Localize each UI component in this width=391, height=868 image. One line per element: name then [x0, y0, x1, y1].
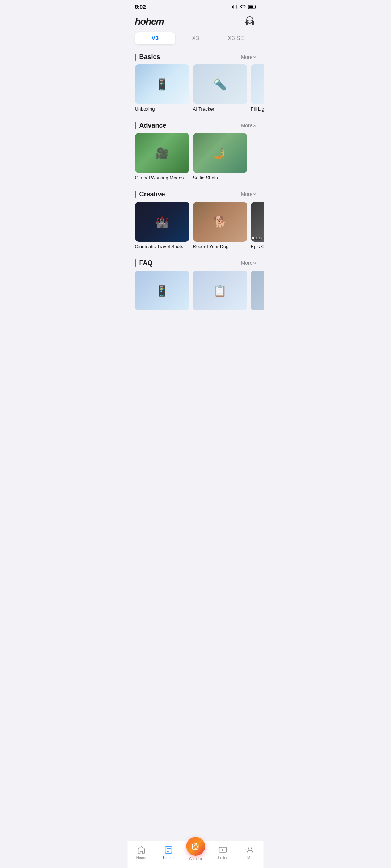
faq-cards: 📱 📋 🎬	[128, 271, 264, 314]
notification-icon	[232, 4, 237, 9]
faq-more-link[interactable]: More ››	[241, 260, 256, 266]
tab-x3[interactable]: X3	[175, 32, 216, 44]
status-bar: 8:02	[128, 0, 264, 11]
section-basics-title: Basics	[139, 53, 160, 61]
section-faq-header: FAQ More ››	[128, 254, 264, 271]
thumb-faq2: 📋	[193, 271, 247, 310]
card-record-dog[interactable]: 🐕 Record Your Dog	[193, 202, 247, 250]
card-selfie-label: Selfie Shots	[193, 175, 247, 181]
thumb-gimbal: 🎥	[135, 133, 189, 173]
card-car-label: Epic Car Video	[251, 244, 264, 250]
chevron-right-icon: ››	[253, 55, 256, 60]
card-cinematic-travel[interactable]: 🏰 Cinematic Travel Shots	[135, 202, 189, 250]
status-time: 8:02	[135, 4, 146, 10]
card-gimbal-modes[interactable]: 🎥 Gimbal Working Modes	[135, 133, 189, 181]
section-basics-header: Basics More ››	[128, 48, 264, 64]
section-advance-title: Advance	[139, 122, 167, 129]
section-faq-title: FAQ	[139, 259, 153, 267]
basics-cards: 📱 Unboxing 🔦 AI Tracker 💡 Fill Light	[128, 64, 264, 114]
card-faq1[interactable]: 📱	[135, 271, 189, 312]
tab-x3se[interactable]: X3 SE	[216, 32, 256, 44]
thumb-ai-tracker: 🔦	[193, 64, 247, 104]
section-bar	[135, 259, 136, 267]
svg-rect-5	[249, 5, 253, 8]
section-advance: Advance More ›› 🎥 Gimbal Working Modes 🤳…	[128, 117, 264, 183]
wifi-icon	[240, 4, 246, 9]
card-ai-tracker-label: AI Tracker	[193, 106, 247, 112]
card-faq3[interactable]: 🎬	[251, 271, 264, 312]
card-unboxing-label: Unboxing	[135, 106, 189, 112]
section-basics: Basics More ›› 📱 Unboxing 🔦 AI Tracker	[128, 48, 264, 114]
card-unboxing[interactable]: 📱 Unboxing	[135, 64, 189, 112]
headphone-icon[interactable]	[243, 15, 256, 28]
thumb-unboxing: 📱	[135, 64, 189, 104]
card-epic-car[interactable]: 🚗 PULL - ORBIT - SIDE SH... Epic Car Vid…	[251, 202, 264, 250]
product-tabs: V3 X3 X3 SE	[128, 32, 264, 48]
tutorial-content: Basics More ›› 📱 Unboxing 🔦 AI Tracker	[128, 48, 264, 346]
section-bar	[135, 54, 136, 61]
svg-rect-0	[232, 6, 233, 8]
svg-rect-1	[233, 5, 234, 9]
battery-icon	[248, 5, 256, 9]
status-icons	[232, 4, 256, 9]
svg-rect-2	[235, 4, 235, 9]
section-bar	[135, 191, 136, 198]
app-logo: hohem	[135, 16, 164, 27]
card-gimbal-label: Gimbal Working Modes	[135, 175, 189, 181]
section-faq: FAQ More ›› 📱 📋 🎬	[128, 254, 264, 314]
section-creative-title: Creative	[139, 191, 165, 198]
car-overlay-text: PULL - ORBIT - SIDE SH...	[252, 237, 264, 240]
card-ai-tracker[interactable]: 🔦 AI Tracker	[193, 64, 247, 112]
card-faq2[interactable]: 📋	[193, 271, 247, 312]
thumb-car: 🚗 PULL - ORBIT - SIDE SH...	[251, 202, 264, 242]
basics-more-link[interactable]: More ››	[241, 54, 256, 60]
creative-more-link[interactable]: More ››	[241, 191, 256, 197]
card-cinematic-label: Cinematic Travel Shots	[135, 244, 189, 250]
section-bar	[135, 122, 136, 129]
card-dog-label: Record Your Dog	[193, 244, 247, 250]
advance-more-link[interactable]: More ››	[241, 123, 256, 128]
section-creative-header: Creative More ››	[128, 186, 264, 202]
section-creative: Creative More ›› 🏰 Cinematic Travel Shot…	[128, 186, 264, 251]
card-fill-light[interactable]: 💡 Fill Light	[251, 64, 264, 112]
svg-rect-3	[236, 5, 236, 9]
thumb-selfie: 🤳	[193, 133, 247, 173]
thumb-cinematic: 🏰	[135, 202, 189, 242]
section-advance-header: Advance More ››	[128, 117, 264, 133]
thumb-faq1: 📱	[135, 271, 189, 310]
app-header: hohem	[128, 11, 264, 32]
thumb-dog: 🐕	[193, 202, 247, 242]
creative-cards: 🏰 Cinematic Travel Shots 🐕 Record Your D…	[128, 202, 264, 251]
chevron-right-icon: ››	[253, 260, 256, 265]
thumb-fill-light: 💡	[251, 64, 264, 104]
thumb-faq3: 🎬	[251, 271, 264, 310]
advance-cards: 🎥 Gimbal Working Modes 🤳 Selfie Shots	[128, 133, 264, 183]
chevron-right-icon: ››	[253, 192, 256, 197]
card-selfie-shots[interactable]: 🤳 Selfie Shots	[193, 133, 247, 181]
chevron-right-icon: ››	[253, 123, 256, 128]
tab-v3[interactable]: V3	[135, 32, 176, 44]
card-fill-light-label: Fill Light	[251, 106, 264, 112]
